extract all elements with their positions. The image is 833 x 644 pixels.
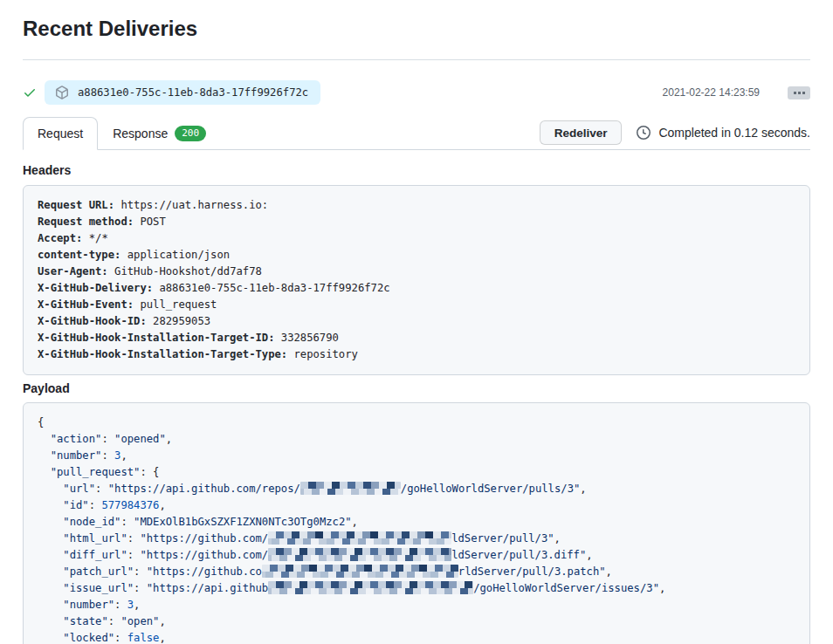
- header-line: X-GitHub-Hook-Installation-Target-Type: …: [38, 346, 795, 363]
- code-token: "html_url": [63, 532, 127, 545]
- payload-section-label: Payload: [23, 381, 810, 395]
- code-token: ,: [586, 549, 592, 561]
- code-token: :: [134, 582, 147, 594]
- redacted-text: [268, 531, 451, 545]
- code-token: "locked": [63, 632, 114, 644]
- code-token: ,: [134, 599, 140, 611]
- code-token: false: [127, 632, 160, 644]
- code-token: :: [89, 499, 102, 511]
- code-token: ,: [166, 433, 172, 445]
- code-token: "pull_request": [51, 466, 141, 478]
- clock-icon: [637, 126, 651, 140]
- header-line: content-type: application/json: [38, 247, 795, 264]
- header-line: X-GitHub-Hook-ID: 282959053: [38, 313, 795, 330]
- status-badge: 200: [175, 126, 206, 141]
- payload-line: "pull_request": {: [38, 464, 795, 481]
- code-token: [38, 516, 63, 528]
- code-token: [38, 632, 63, 644]
- code-token: /goHelloWorldServer/pulls/3": [401, 483, 580, 495]
- delivery-tab-bar: Request Response 200 Redeliver Completed…: [23, 118, 810, 150]
- code-token: :: [134, 565, 147, 578]
- header-line: Request URL: https://uat.harness.io:: [38, 197, 795, 214]
- code-token: ,: [120, 449, 127, 462]
- recent-deliveries-page: Recent Deliveries a88631e0-755c-11eb-8da…: [0, 0, 833, 644]
- delivery-guid-button[interactable]: a88631e0-755c-11eb-8da3-17ff9926f72c: [45, 80, 320, 105]
- code-token: :: [114, 632, 127, 644]
- code-token: :: [127, 549, 141, 561]
- completed-duration-text: Completed in 0.12 seconds.: [658, 126, 810, 140]
- code-token: 3: [127, 599, 134, 611]
- headers-code: Request URL: https://uat.harness.io:Requ…: [23, 185, 810, 375]
- code-token: [38, 615, 63, 627]
- code-token: ,: [352, 516, 358, 528]
- code-token: :: [95, 483, 108, 495]
- code-token: ,: [659, 582, 665, 594]
- redeliver-button[interactable]: Redeliver: [540, 120, 623, 145]
- code-token: "https://github.co: [147, 565, 262, 578]
- code-token: ldServer/pull/3": [451, 532, 554, 545]
- code-token: "https://github.com/: [140, 549, 268, 561]
- tab-request-label: Request: [38, 125, 83, 142]
- code-token: :: [127, 532, 141, 545]
- code-token: "opened": [114, 433, 166, 445]
- code-token: "patch_url": [63, 565, 134, 578]
- header-line: Request method: POST: [38, 214, 795, 230]
- code-token: [38, 599, 63, 611]
- header-line: X-GitHub-Delivery: a88631e0-755c-11eb-8d…: [38, 280, 795, 297]
- code-token: "number": [51, 449, 102, 462]
- headers-section-label: Headers: [23, 163, 810, 177]
- code-token: [38, 433, 51, 445]
- code-token: ,: [606, 565, 612, 578]
- tab-response[interactable]: Response 200: [98, 117, 221, 150]
- kebab-icon[interactable]: [788, 86, 810, 99]
- check-icon: [23, 86, 37, 99]
- header-line: Accept: */*: [38, 230, 795, 247]
- code-token: "issue_url": [63, 582, 134, 594]
- code-token: [38, 582, 63, 594]
- payload-line: "node_id": "MDExOlB1bGxSZXF1ZXN0NTc3OTg0…: [38, 514, 795, 531]
- payload-line: "state": "open",: [38, 613, 795, 630]
- code-token: {: [38, 416, 44, 428]
- payload-line: "issue_url": "https://api.github/goHello…: [38, 580, 795, 597]
- delivery-actions: Redeliver Completed in 0.12 seconds.: [540, 120, 810, 145]
- delivery-guid: a88631e0-755c-11eb-8da3-17ff9926f72c: [78, 86, 308, 99]
- code-token: "action": [51, 433, 102, 445]
- header-line: X-GitHub-Hook-Installation-Target-ID: 33…: [38, 330, 795, 346]
- payload-line: "action": "opened",: [38, 431, 795, 448]
- tab-request[interactable]: Request: [23, 117, 98, 150]
- code-token: ldServer/pull/3.diff": [451, 549, 586, 561]
- code-token: "open": [120, 615, 159, 627]
- code-token: 577984376: [101, 499, 159, 511]
- code-token: "https://api.github.com/repos/: [108, 483, 300, 495]
- code-token: ,: [159, 632, 165, 644]
- title-divider: [23, 59, 810, 60]
- delivery-row: a88631e0-755c-11eb-8da3-17ff9926f72c 202…: [23, 80, 810, 105]
- page-title: Recent Deliveries: [23, 16, 810, 42]
- code-token: "url": [63, 483, 95, 495]
- code-token: rldServer/pull/3.patch": [458, 565, 606, 578]
- tab-response-label: Response: [113, 125, 168, 142]
- code-token: :: [101, 449, 114, 462]
- code-token: "MDExOlB1bGxSZXF1ZXN0NTc3OTg0Mzc2": [134, 516, 351, 528]
- code-token: [38, 449, 51, 462]
- code-token: :: [114, 599, 127, 611]
- code-token: [38, 565, 63, 578]
- payload-line: "url": "https://api.github.com/repos//go…: [38, 481, 795, 497]
- code-token: "number": [63, 599, 114, 611]
- code-token: "state": [63, 615, 107, 627]
- payload-line: "number": 3,: [38, 448, 795, 464]
- code-token: /goHelloWorldServer/issues/3": [473, 582, 659, 594]
- code-token: "id": [63, 499, 88, 511]
- payload-line: "diff_url": "https://github.com/ldServer…: [38, 547, 795, 564]
- code-token: ,: [554, 532, 561, 545]
- code-token: "https://github.com/: [140, 532, 268, 545]
- code-token: [38, 466, 51, 478]
- code-token: "node_id": [63, 516, 120, 528]
- payload-line: "html_url": "https://github.com/ldServer…: [38, 531, 795, 547]
- code-token: ,: [159, 615, 165, 627]
- payload-line: {: [38, 414, 795, 431]
- header-line: X-GitHub-Event: pull_request: [38, 297, 795, 313]
- code-token: "https://api.github: [147, 582, 268, 594]
- redacted-text: [300, 482, 401, 495]
- payload-line: "id": 577984376,: [38, 497, 795, 514]
